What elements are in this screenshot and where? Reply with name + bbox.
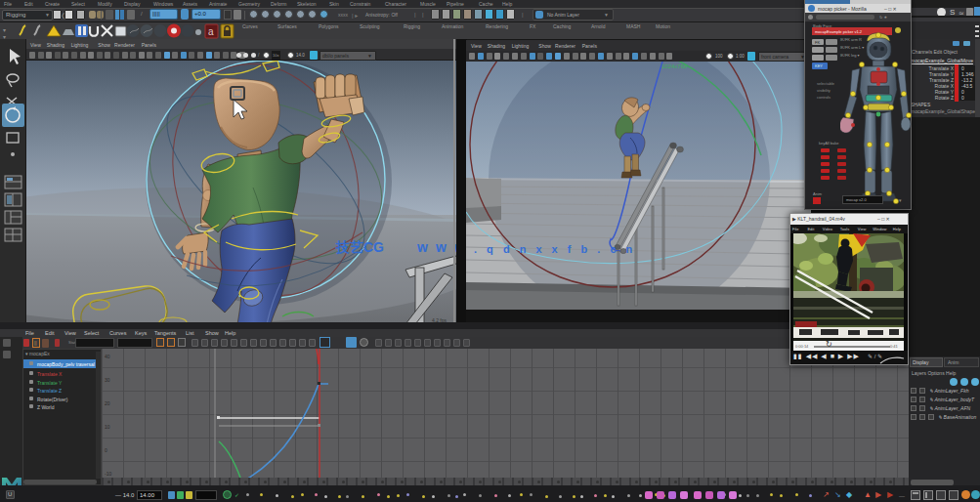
svg-text:. q d n x x f b . c n: . q d n x x f b . c n (474, 243, 636, 255)
svg-text:www: www (416, 239, 456, 255)
svg-text:a: a (208, 26, 214, 37)
svg-text:技艺CG: 技艺CG (335, 239, 384, 255)
svg-text:1024x768: 1024x768 (661, 63, 688, 69)
